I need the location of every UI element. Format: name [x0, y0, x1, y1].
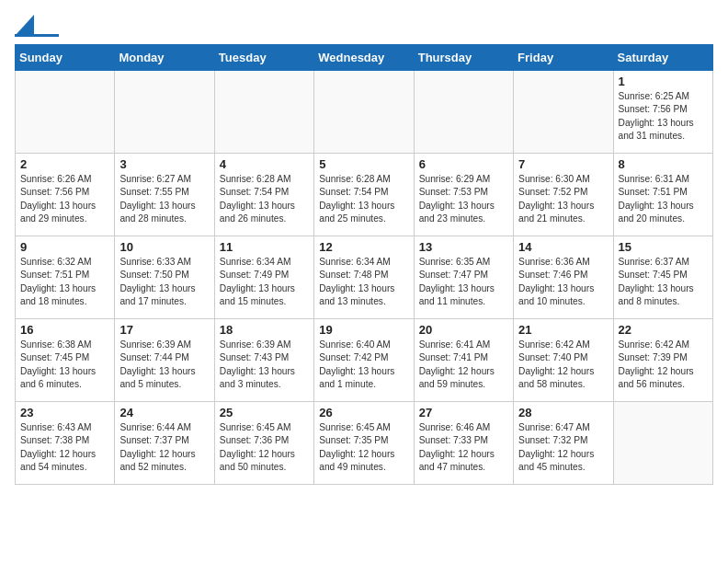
weekday-header-sunday: Sunday	[16, 45, 115, 71]
day-number: 3	[119, 157, 209, 171]
day-info: Sunrise: 6:43 AM Sunset: 7:38 PM Dayligh…	[20, 421, 109, 474]
calendar-cell: 15Sunrise: 6:37 AM Sunset: 7:45 PM Dayli…	[613, 236, 712, 319]
day-number: 19	[319, 323, 408, 337]
day-number: 15	[619, 240, 708, 254]
calendar-cell	[214, 71, 313, 154]
page-header	[15, 15, 713, 37]
day-number: 18	[220, 323, 309, 337]
day-info: Sunrise: 6:38 AM Sunset: 7:45 PM Dayligh…	[20, 339, 109, 391]
logo	[15, 15, 61, 37]
day-info: Sunrise: 6:27 AM Sunset: 7:55 PM Dayligh…	[119, 173, 209, 225]
day-number: 25	[220, 406, 309, 419]
day-number: 27	[419, 406, 508, 419]
calendar-cell	[314, 71, 414, 154]
calendar-cell: 17Sunrise: 6:39 AM Sunset: 7:44 PM Dayli…	[115, 319, 214, 402]
calendar-cell	[16, 71, 115, 154]
day-info: Sunrise: 6:45 AM Sunset: 7:36 PM Dayligh…	[220, 421, 309, 474]
calendar-cell: 18Sunrise: 6:39 AM Sunset: 7:43 PM Dayli…	[214, 319, 313, 402]
calendar-cell: 4Sunrise: 6:28 AM Sunset: 7:54 PM Daylig…	[214, 154, 313, 236]
calendar-cell: 13Sunrise: 6:35 AM Sunset: 7:47 PM Dayli…	[414, 236, 513, 319]
day-info: Sunrise: 6:28 AM Sunset: 7:54 PM Dayligh…	[319, 173, 408, 225]
calendar-cell: 23Sunrise: 6:43 AM Sunset: 7:38 PM Dayli…	[16, 402, 115, 485]
calendar-cell: 2Sunrise: 6:26 AM Sunset: 7:56 PM Daylig…	[16, 154, 115, 236]
day-info: Sunrise: 6:47 AM Sunset: 7:32 PM Dayligh…	[518, 421, 608, 474]
day-number: 8	[619, 157, 708, 171]
day-info: Sunrise: 6:32 AM Sunset: 7:51 PM Dayligh…	[20, 256, 109, 308]
day-info: Sunrise: 6:42 AM Sunset: 7:40 PM Dayligh…	[518, 339, 608, 391]
day-number: 10	[119, 240, 209, 254]
day-info: Sunrise: 6:26 AM Sunset: 7:56 PM Dayligh…	[20, 173, 109, 225]
calendar-cell: 27Sunrise: 6:46 AM Sunset: 7:33 PM Dayli…	[414, 402, 513, 485]
calendar-cell: 6Sunrise: 6:29 AM Sunset: 7:53 PM Daylig…	[414, 154, 513, 236]
day-info: Sunrise: 6:34 AM Sunset: 7:49 PM Dayligh…	[220, 256, 309, 308]
calendar-week-row: 1Sunrise: 6:25 AM Sunset: 7:56 PM Daylig…	[16, 71, 713, 154]
calendar-cell	[613, 402, 712, 485]
weekday-header-monday: Monday	[115, 45, 214, 71]
calendar-cell: 10Sunrise: 6:33 AM Sunset: 7:50 PM Dayli…	[115, 236, 214, 319]
day-info: Sunrise: 6:46 AM Sunset: 7:33 PM Dayligh…	[419, 421, 508, 474]
calendar-cell	[414, 71, 513, 154]
calendar-cell: 3Sunrise: 6:27 AM Sunset: 7:55 PM Daylig…	[115, 154, 214, 236]
calendar-cell: 22Sunrise: 6:42 AM Sunset: 7:39 PM Dayli…	[613, 319, 712, 402]
day-info: Sunrise: 6:44 AM Sunset: 7:37 PM Dayligh…	[119, 421, 209, 474]
calendar-cell: 8Sunrise: 6:31 AM Sunset: 7:51 PM Daylig…	[613, 154, 712, 236]
day-info: Sunrise: 6:39 AM Sunset: 7:44 PM Dayligh…	[119, 339, 209, 391]
day-info: Sunrise: 6:29 AM Sunset: 7:53 PM Dayligh…	[419, 173, 508, 225]
calendar-header-row: SundayMondayTuesdayWednesdayThursdayFrid…	[16, 45, 713, 71]
weekday-header-thursday: Thursday	[414, 45, 513, 71]
day-info: Sunrise: 6:34 AM Sunset: 7:48 PM Dayligh…	[319, 256, 408, 308]
day-info: Sunrise: 6:45 AM Sunset: 7:35 PM Dayligh…	[319, 421, 408, 474]
day-number: 4	[220, 157, 309, 171]
calendar-cell: 26Sunrise: 6:45 AM Sunset: 7:35 PM Dayli…	[314, 402, 414, 485]
calendar-cell: 24Sunrise: 6:44 AM Sunset: 7:37 PM Dayli…	[115, 402, 214, 485]
calendar-cell: 1Sunrise: 6:25 AM Sunset: 7:56 PM Daylig…	[613, 71, 712, 154]
calendar-cell: 20Sunrise: 6:41 AM Sunset: 7:41 PM Dayli…	[414, 319, 513, 402]
calendar-cell	[514, 71, 613, 154]
day-info: Sunrise: 6:31 AM Sunset: 7:51 PM Dayligh…	[619, 173, 708, 225]
calendar-cell: 12Sunrise: 6:34 AM Sunset: 7:48 PM Dayli…	[314, 236, 414, 319]
logo-line	[15, 34, 59, 37]
calendar-cell: 14Sunrise: 6:36 AM Sunset: 7:46 PM Dayli…	[514, 236, 613, 319]
calendar-cell: 9Sunrise: 6:32 AM Sunset: 7:51 PM Daylig…	[16, 236, 115, 319]
calendar-cell: 25Sunrise: 6:45 AM Sunset: 7:36 PM Dayli…	[214, 402, 313, 485]
day-number: 7	[518, 157, 608, 171]
logo-triangle-icon	[16, 15, 34, 35]
day-number: 23	[20, 406, 109, 419]
day-info: Sunrise: 6:33 AM Sunset: 7:50 PM Dayligh…	[119, 256, 209, 308]
day-info: Sunrise: 6:40 AM Sunset: 7:42 PM Dayligh…	[319, 339, 408, 391]
day-info: Sunrise: 6:36 AM Sunset: 7:46 PM Dayligh…	[518, 256, 608, 308]
day-number: 21	[518, 323, 608, 337]
day-info: Sunrise: 6:30 AM Sunset: 7:52 PM Dayligh…	[518, 173, 608, 225]
calendar-table: SundayMondayTuesdayWednesdayThursdayFrid…	[15, 44, 713, 485]
day-number: 26	[319, 406, 408, 419]
day-number: 11	[220, 240, 309, 254]
calendar-week-row: 16Sunrise: 6:38 AM Sunset: 7:45 PM Dayli…	[16, 319, 713, 402]
calendar-cell: 28Sunrise: 6:47 AM Sunset: 7:32 PM Dayli…	[514, 402, 613, 485]
calendar-cell: 5Sunrise: 6:28 AM Sunset: 7:54 PM Daylig…	[314, 154, 414, 236]
weekday-header-saturday: Saturday	[613, 45, 712, 71]
day-number: 28	[518, 406, 608, 419]
svg-marker-0	[16, 15, 34, 35]
calendar-cell: 21Sunrise: 6:42 AM Sunset: 7:40 PM Dayli…	[514, 319, 613, 402]
day-info: Sunrise: 6:35 AM Sunset: 7:47 PM Dayligh…	[419, 256, 508, 308]
day-number: 5	[319, 157, 408, 171]
day-info: Sunrise: 6:42 AM Sunset: 7:39 PM Dayligh…	[619, 339, 708, 391]
day-number: 1	[619, 75, 708, 88]
calendar-cell: 16Sunrise: 6:38 AM Sunset: 7:45 PM Dayli…	[16, 319, 115, 402]
day-number: 22	[619, 323, 708, 337]
day-number: 9	[20, 240, 109, 254]
day-info: Sunrise: 6:28 AM Sunset: 7:54 PM Dayligh…	[220, 173, 309, 225]
day-number: 12	[319, 240, 408, 254]
day-info: Sunrise: 6:25 AM Sunset: 7:56 PM Dayligh…	[619, 90, 708, 143]
calendar-cell: 19Sunrise: 6:40 AM Sunset: 7:42 PM Dayli…	[314, 319, 414, 402]
weekday-header-wednesday: Wednesday	[314, 45, 414, 71]
day-info: Sunrise: 6:37 AM Sunset: 7:45 PM Dayligh…	[619, 256, 708, 308]
day-number: 6	[419, 157, 508, 171]
calendar-cell	[115, 71, 214, 154]
day-number: 16	[20, 323, 109, 337]
day-info: Sunrise: 6:39 AM Sunset: 7:43 PM Dayligh…	[220, 339, 309, 391]
calendar-cell: 11Sunrise: 6:34 AM Sunset: 7:49 PM Dayli…	[214, 236, 313, 319]
day-number: 13	[419, 240, 508, 254]
day-number: 24	[119, 406, 209, 419]
weekday-header-friday: Friday	[514, 45, 613, 71]
